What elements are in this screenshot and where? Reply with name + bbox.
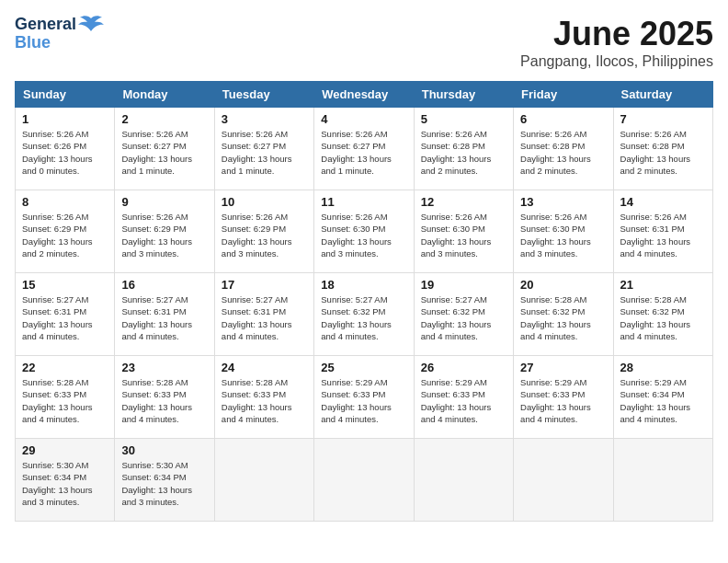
week-row-5: 29 Sunrise: 5:30 AM Sunset: 6:34 PM Dayl… — [16, 439, 713, 522]
logo-text: General — [15, 16, 76, 34]
calendar-cell: 21 Sunrise: 5:28 AM Sunset: 6:32 PM Dayl… — [613, 273, 712, 356]
day-detail: Sunrise: 5:27 AM Sunset: 6:31 PM Dayligh… — [222, 293, 307, 342]
day-detail: Sunrise: 5:28 AM Sunset: 6:32 PM Dayligh… — [520, 293, 606, 342]
day-detail: Sunrise: 5:28 AM Sunset: 6:32 PM Dayligh… — [620, 293, 706, 342]
calendar-cell: 17 Sunrise: 5:27 AM Sunset: 6:31 PM Dayl… — [214, 273, 313, 356]
day-number: 9 — [121, 195, 207, 209]
day-number: 15 — [22, 278, 108, 292]
weekday-header-monday: Monday — [115, 82, 214, 108]
calendar-cell: 9 Sunrise: 5:26 AM Sunset: 6:29 PM Dayli… — [115, 190, 214, 273]
logo: General Blue — [15, 15, 104, 52]
day-number: 3 — [222, 112, 307, 126]
weekday-header-tuesday: Tuesday — [214, 82, 313, 108]
day-number: 7 — [620, 112, 706, 126]
day-number: 18 — [321, 278, 406, 292]
day-detail: Sunrise: 5:27 AM Sunset: 6:32 PM Dayligh… — [421, 293, 506, 342]
calendar-cell: 26 Sunrise: 5:29 AM Sunset: 6:33 PM Dayl… — [414, 356, 513, 439]
day-number: 24 — [222, 361, 307, 374]
week-row-1: 1 Sunrise: 5:26 AM Sunset: 6:26 PM Dayli… — [16, 108, 713, 190]
weekday-header-thursday: Thursday — [414, 82, 513, 108]
calendar-cell: 24 Sunrise: 5:28 AM Sunset: 6:33 PM Dayl… — [214, 356, 313, 439]
calendar-cell — [414, 439, 513, 522]
calendar-cell: 11 Sunrise: 5:26 AM Sunset: 6:30 PM Dayl… — [314, 190, 414, 273]
day-detail: Sunrise: 5:29 AM Sunset: 6:33 PM Dayligh… — [321, 376, 406, 425]
weekday-header-sunday: Sunday — [16, 82, 115, 108]
week-row-3: 15 Sunrise: 5:27 AM Sunset: 6:31 PM Dayl… — [16, 273, 713, 356]
day-number: 16 — [121, 278, 207, 292]
title-section: June 2025 Pangpang, Ilocos, Philippines — [520, 15, 713, 70]
calendar-cell: 30 Sunrise: 5:30 AM Sunset: 6:34 PM Dayl… — [115, 439, 214, 522]
calendar-cell: 22 Sunrise: 5:28 AM Sunset: 6:33 PM Dayl… — [16, 356, 115, 439]
week-row-4: 22 Sunrise: 5:28 AM Sunset: 6:33 PM Dayl… — [16, 356, 713, 439]
location-title: Pangpang, Ilocos, Philippines — [520, 53, 713, 70]
day-detail: Sunrise: 5:26 AM Sunset: 6:27 PM Dayligh… — [222, 128, 307, 177]
day-detail: Sunrise: 5:26 AM Sunset: 6:28 PM Dayligh… — [520, 128, 606, 177]
day-detail: Sunrise: 5:29 AM Sunset: 6:33 PM Dayligh… — [520, 376, 606, 425]
day-number: 8 — [22, 195, 108, 209]
day-detail: Sunrise: 5:30 AM Sunset: 6:34 PM Dayligh… — [121, 459, 207, 508]
day-number: 2 — [121, 112, 207, 126]
weekday-header-row: SundayMondayTuesdayWednesdayThursdayFrid… — [16, 82, 713, 108]
calendar-cell: 8 Sunrise: 5:26 AM Sunset: 6:29 PM Dayli… — [16, 190, 115, 273]
calendar-cell: 19 Sunrise: 5:27 AM Sunset: 6:32 PM Dayl… — [414, 273, 513, 356]
day-number: 30 — [121, 443, 207, 457]
logo-bird-icon — [78, 15, 104, 35]
day-detail: Sunrise: 5:27 AM Sunset: 6:32 PM Dayligh… — [321, 293, 406, 342]
calendar-cell: 2 Sunrise: 5:26 AM Sunset: 6:27 PM Dayli… — [115, 108, 214, 190]
day-number: 20 — [520, 278, 606, 292]
day-detail: Sunrise: 5:26 AM Sunset: 6:26 PM Dayligh… — [22, 128, 108, 177]
day-number: 19 — [421, 278, 506, 292]
day-detail: Sunrise: 5:26 AM Sunset: 6:31 PM Dayligh… — [620, 211, 706, 259]
day-number: 22 — [22, 361, 108, 374]
calendar-cell: 15 Sunrise: 5:27 AM Sunset: 6:31 PM Dayl… — [16, 273, 115, 356]
day-number: 17 — [222, 278, 307, 292]
day-detail: Sunrise: 5:26 AM Sunset: 6:30 PM Dayligh… — [321, 211, 406, 259]
day-detail: Sunrise: 5:26 AM Sunset: 6:27 PM Dayligh… — [321, 128, 406, 177]
calendar-cell: 27 Sunrise: 5:29 AM Sunset: 6:33 PM Dayl… — [514, 356, 613, 439]
day-number: 13 — [520, 195, 606, 209]
calendar-table: SundayMondayTuesdayWednesdayThursdayFrid… — [15, 81, 713, 522]
calendar-cell: 25 Sunrise: 5:29 AM Sunset: 6:33 PM Dayl… — [314, 356, 414, 439]
page-header: General Blue June 2025 Pangpang, Ilocos,… — [15, 15, 713, 70]
weekday-header-friday: Friday — [514, 82, 613, 108]
calendar-cell: 7 Sunrise: 5:26 AM Sunset: 6:28 PM Dayli… — [613, 108, 712, 190]
calendar-cell: 20 Sunrise: 5:28 AM Sunset: 6:32 PM Dayl… — [514, 273, 613, 356]
day-detail: Sunrise: 5:26 AM Sunset: 6:27 PM Dayligh… — [121, 128, 207, 177]
day-number: 4 — [321, 112, 406, 126]
calendar-cell: 4 Sunrise: 5:26 AM Sunset: 6:27 PM Dayli… — [314, 108, 414, 190]
day-number: 12 — [421, 195, 506, 209]
calendar-cell: 28 Sunrise: 5:29 AM Sunset: 6:34 PM Dayl… — [613, 356, 712, 439]
calendar-cell: 18 Sunrise: 5:27 AM Sunset: 6:32 PM Dayl… — [314, 273, 414, 356]
calendar-cell: 1 Sunrise: 5:26 AM Sunset: 6:26 PM Dayli… — [16, 108, 115, 190]
day-number: 27 — [520, 361, 606, 374]
day-detail: Sunrise: 5:26 AM Sunset: 6:29 PM Dayligh… — [121, 211, 207, 259]
weekday-header-wednesday: Wednesday — [314, 82, 414, 108]
day-number: 5 — [421, 112, 506, 126]
calendar-cell: 6 Sunrise: 5:26 AM Sunset: 6:28 PM Dayli… — [514, 108, 613, 190]
day-detail: Sunrise: 5:26 AM Sunset: 6:28 PM Dayligh… — [421, 128, 506, 177]
calendar-cell: 14 Sunrise: 5:26 AM Sunset: 6:31 PM Dayl… — [613, 190, 712, 273]
day-detail: Sunrise: 5:30 AM Sunset: 6:34 PM Dayligh… — [22, 459, 108, 508]
day-detail: Sunrise: 5:26 AM Sunset: 6:30 PM Dayligh… — [421, 211, 506, 259]
day-detail: Sunrise: 5:26 AM Sunset: 6:28 PM Dayligh… — [620, 128, 706, 177]
calendar-cell: 16 Sunrise: 5:27 AM Sunset: 6:31 PM Dayl… — [115, 273, 214, 356]
calendar-cell — [514, 439, 613, 522]
week-row-2: 8 Sunrise: 5:26 AM Sunset: 6:29 PM Dayli… — [16, 190, 713, 273]
month-title: June 2025 — [520, 15, 713, 53]
day-number: 11 — [321, 195, 406, 209]
calendar-cell — [214, 439, 313, 522]
day-number: 29 — [22, 443, 108, 457]
calendar-cell: 5 Sunrise: 5:26 AM Sunset: 6:28 PM Dayli… — [414, 108, 513, 190]
day-number: 28 — [620, 361, 706, 374]
calendar-cell: 29 Sunrise: 5:30 AM Sunset: 6:34 PM Dayl… — [16, 439, 115, 522]
day-detail: Sunrise: 5:26 AM Sunset: 6:29 PM Dayligh… — [222, 211, 307, 259]
day-number: 14 — [620, 195, 706, 209]
day-detail: Sunrise: 5:26 AM Sunset: 6:29 PM Dayligh… — [22, 211, 108, 259]
day-number: 23 — [121, 361, 207, 374]
day-number: 6 — [520, 112, 606, 126]
calendar-cell — [613, 439, 712, 522]
calendar-cell: 10 Sunrise: 5:26 AM Sunset: 6:29 PM Dayl… — [214, 190, 313, 273]
day-number: 10 — [222, 195, 307, 209]
day-number: 1 — [22, 112, 108, 126]
calendar-cell: 3 Sunrise: 5:26 AM Sunset: 6:27 PM Dayli… — [214, 108, 313, 190]
